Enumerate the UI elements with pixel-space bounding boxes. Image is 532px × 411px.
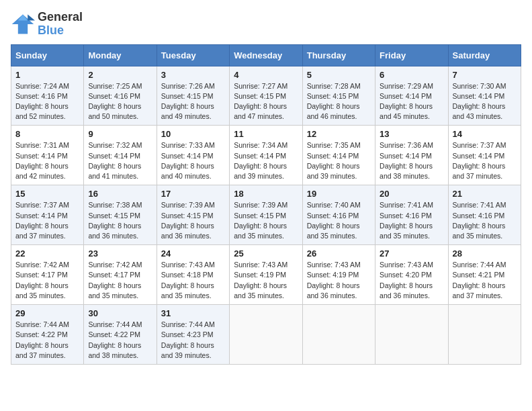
day-detail: Sunrise: 7:35 AMSunset: 4:14 PMDaylight:… xyxy=(307,140,371,181)
day-number: 4 xyxy=(234,70,298,80)
day-detail: Sunrise: 7:31 AMSunset: 4:14 PMDaylight:… xyxy=(15,140,79,181)
day-number: 2 xyxy=(88,70,152,80)
day-detail: Sunrise: 7:29 AMSunset: 4:14 PMDaylight:… xyxy=(380,81,443,122)
calendar-week-row: 1Sunrise: 7:24 AMSunset: 4:16 PMDaylight… xyxy=(11,66,521,126)
day-number: 24 xyxy=(161,248,225,259)
calendar-cell: 7Sunrise: 7:30 AMSunset: 4:14 PMDaylight… xyxy=(448,66,521,126)
calendar-cell: 3Sunrise: 7:26 AMSunset: 4:15 PMDaylight… xyxy=(157,66,229,126)
calendar-week-row: 22Sunrise: 7:42 AMSunset: 4:17 PMDayligh… xyxy=(11,245,521,305)
day-detail: Sunrise: 7:37 AMSunset: 4:14 PMDaylight:… xyxy=(15,200,79,241)
day-number: 16 xyxy=(88,189,152,199)
calendar-cell: 28Sunrise: 7:44 AMSunset: 4:21 PMDayligh… xyxy=(448,245,521,305)
header-sunday: Sunday xyxy=(11,44,84,66)
day-number: 13 xyxy=(380,129,443,139)
header-thursday: Thursday xyxy=(302,44,375,66)
calendar-cell: 18Sunrise: 7:39 AMSunset: 4:15 PMDayligh… xyxy=(230,185,302,245)
calendar-cell: 25Sunrise: 7:43 AMSunset: 4:19 PMDayligh… xyxy=(230,245,302,305)
calendar-cell: 26Sunrise: 7:43 AMSunset: 4:19 PMDayligh… xyxy=(302,245,375,305)
logo-icon xyxy=(11,12,35,36)
day-number: 17 xyxy=(161,189,225,199)
day-number: 19 xyxy=(307,189,371,199)
day-detail: Sunrise: 7:38 AMSunset: 4:15 PMDaylight:… xyxy=(88,200,152,241)
day-number: 29 xyxy=(15,308,79,318)
calendar-header-row: SundayMondayTuesdayWednesdayThursdayFrid… xyxy=(11,44,521,66)
header-friday: Friday xyxy=(375,44,448,66)
calendar-table: SundayMondayTuesdayWednesdayThursdayFrid… xyxy=(11,44,521,365)
day-number: 21 xyxy=(453,189,517,199)
day-detail: Sunrise: 7:41 AMSunset: 4:16 PMDaylight:… xyxy=(453,200,517,241)
calendar-cell: 16Sunrise: 7:38 AMSunset: 4:15 PMDayligh… xyxy=(84,185,157,245)
day-detail: Sunrise: 7:42 AMSunset: 4:17 PMDaylight:… xyxy=(88,260,152,301)
day-number: 22 xyxy=(15,248,79,259)
calendar-cell: 20Sunrise: 7:41 AMSunset: 4:16 PMDayligh… xyxy=(375,185,448,245)
calendar-cell: 31Sunrise: 7:44 AMSunset: 4:23 PMDayligh… xyxy=(157,305,229,365)
day-detail: Sunrise: 7:33 AMSunset: 4:14 PMDaylight:… xyxy=(161,140,225,181)
day-number: 25 xyxy=(234,248,298,259)
day-detail: Sunrise: 7:43 AMSunset: 4:19 PMDaylight:… xyxy=(307,260,371,301)
day-detail: Sunrise: 7:39 AMSunset: 4:15 PMDaylight:… xyxy=(161,200,225,241)
day-detail: Sunrise: 7:43 AMSunset: 4:18 PMDaylight:… xyxy=(161,260,225,301)
day-number: 9 xyxy=(88,129,152,139)
day-number: 20 xyxy=(380,189,443,199)
calendar-cell: 10Sunrise: 7:33 AMSunset: 4:14 PMDayligh… xyxy=(157,126,229,185)
day-number: 6 xyxy=(380,70,443,80)
calendar-cell: 15Sunrise: 7:37 AMSunset: 4:14 PMDayligh… xyxy=(11,185,84,245)
day-detail: Sunrise: 7:44 AMSunset: 4:22 PMDaylight:… xyxy=(15,320,79,361)
header: General Blue xyxy=(11,11,521,38)
calendar-cell xyxy=(375,305,448,365)
calendar-cell: 22Sunrise: 7:42 AMSunset: 4:17 PMDayligh… xyxy=(11,245,84,305)
logo: General Blue xyxy=(11,11,83,38)
day-detail: Sunrise: 7:28 AMSunset: 4:15 PMDaylight:… xyxy=(307,81,371,122)
day-detail: Sunrise: 7:44 AMSunset: 4:23 PMDaylight:… xyxy=(161,320,225,361)
calendar-cell: 17Sunrise: 7:39 AMSunset: 4:15 PMDayligh… xyxy=(157,185,229,245)
day-number: 31 xyxy=(161,308,225,318)
day-number: 12 xyxy=(307,129,371,139)
day-number: 27 xyxy=(380,248,443,259)
calendar-week-row: 8Sunrise: 7:31 AMSunset: 4:14 PMDaylight… xyxy=(11,126,521,185)
calendar-cell: 23Sunrise: 7:42 AMSunset: 4:17 PMDayligh… xyxy=(84,245,157,305)
day-detail: Sunrise: 7:36 AMSunset: 4:14 PMDaylight:… xyxy=(380,140,443,181)
day-detail: Sunrise: 7:30 AMSunset: 4:14 PMDaylight:… xyxy=(453,81,517,122)
calendar-cell: 14Sunrise: 7:37 AMSunset: 4:14 PMDayligh… xyxy=(448,126,521,185)
calendar-cell: 13Sunrise: 7:36 AMSunset: 4:14 PMDayligh… xyxy=(375,126,448,185)
day-detail: Sunrise: 7:37 AMSunset: 4:14 PMDaylight:… xyxy=(453,140,517,181)
calendar-week-row: 29Sunrise: 7:44 AMSunset: 4:22 PMDayligh… xyxy=(11,305,521,365)
day-number: 11 xyxy=(234,129,298,139)
calendar-cell: 30Sunrise: 7:44 AMSunset: 4:22 PMDayligh… xyxy=(84,305,157,365)
day-number: 26 xyxy=(307,248,371,259)
calendar-cell: 8Sunrise: 7:31 AMSunset: 4:14 PMDaylight… xyxy=(11,126,84,185)
day-number: 8 xyxy=(15,129,79,139)
day-detail: Sunrise: 7:41 AMSunset: 4:16 PMDaylight:… xyxy=(380,200,443,241)
header-tuesday: Tuesday xyxy=(157,44,229,66)
day-number: 3 xyxy=(161,70,225,80)
calendar-cell: 19Sunrise: 7:40 AMSunset: 4:16 PMDayligh… xyxy=(302,185,375,245)
header-wednesday: Wednesday xyxy=(230,44,302,66)
day-number: 30 xyxy=(88,308,152,318)
day-detail: Sunrise: 7:43 AMSunset: 4:20 PMDaylight:… xyxy=(380,260,443,301)
day-detail: Sunrise: 7:26 AMSunset: 4:15 PMDaylight:… xyxy=(161,81,225,122)
day-number: 14 xyxy=(453,129,517,139)
calendar-cell xyxy=(230,305,302,365)
day-detail: Sunrise: 7:43 AMSunset: 4:19 PMDaylight:… xyxy=(234,260,298,301)
calendar-cell: 1Sunrise: 7:24 AMSunset: 4:16 PMDaylight… xyxy=(11,66,84,126)
day-number: 7 xyxy=(453,70,517,80)
day-detail: Sunrise: 7:34 AMSunset: 4:14 PMDaylight:… xyxy=(234,140,298,181)
calendar-cell: 6Sunrise: 7:29 AMSunset: 4:14 PMDaylight… xyxy=(375,66,448,126)
day-number: 5 xyxy=(307,70,371,80)
day-number: 1 xyxy=(15,70,79,80)
day-detail: Sunrise: 7:24 AMSunset: 4:16 PMDaylight:… xyxy=(15,81,79,122)
calendar-cell: 2Sunrise: 7:25 AMSunset: 4:16 PMDaylight… xyxy=(84,66,157,126)
day-detail: Sunrise: 7:27 AMSunset: 4:15 PMDaylight:… xyxy=(234,81,298,122)
calendar-cell: 9Sunrise: 7:32 AMSunset: 4:14 PMDaylight… xyxy=(84,126,157,185)
day-detail: Sunrise: 7:44 AMSunset: 4:22 PMDaylight:… xyxy=(88,320,152,361)
day-detail: Sunrise: 7:42 AMSunset: 4:17 PMDaylight:… xyxy=(15,260,79,301)
calendar-cell: 27Sunrise: 7:43 AMSunset: 4:20 PMDayligh… xyxy=(375,245,448,305)
svg-marker-1 xyxy=(28,14,35,20)
day-number: 23 xyxy=(88,248,152,259)
logo-text: General Blue xyxy=(38,11,83,38)
calendar-cell: 11Sunrise: 7:34 AMSunset: 4:14 PMDayligh… xyxy=(230,126,302,185)
day-detail: Sunrise: 7:40 AMSunset: 4:16 PMDaylight:… xyxy=(307,200,371,241)
calendar-cell: 24Sunrise: 7:43 AMSunset: 4:18 PMDayligh… xyxy=(157,245,229,305)
calendar-cell xyxy=(302,305,375,365)
day-detail: Sunrise: 7:25 AMSunset: 4:16 PMDaylight:… xyxy=(88,81,152,122)
